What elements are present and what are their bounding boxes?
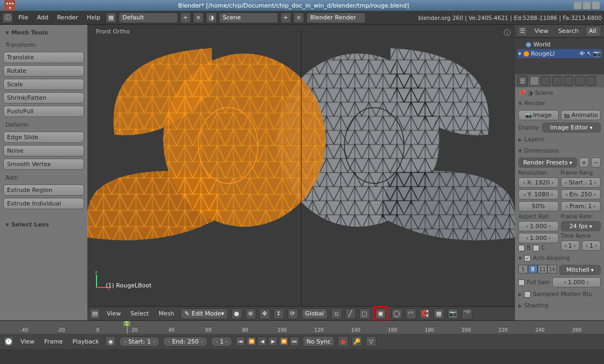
mesh-tools-header[interactable]: Mesh Tools (3, 28, 84, 37)
aa-section-header[interactable]: ▼Anti-Aliasing (518, 253, 601, 263)
close-button[interactable] (592, 2, 600, 9)
camera-render-icon[interactable]: 📷 (593, 50, 601, 57)
mode-dropdown[interactable]: ✎ Edit Mode ▾ (181, 308, 228, 319)
frame-start-field[interactable]: ‹ Start : 1 › (561, 177, 601, 188)
border-checkbox[interactable] (518, 245, 525, 251)
object-tab-icon[interactable] (564, 76, 573, 86)
orientation-dropdown[interactable]: Global (301, 308, 328, 319)
proportional-falloff-icon[interactable]: ◠ (406, 308, 416, 319)
aa-8-button[interactable]: 8 (528, 265, 538, 273)
timeline-editor-icon[interactable]: 🕐 (3, 336, 14, 347)
layout-remove-icon[interactable]: × (193, 12, 204, 23)
full-sample-checkbox[interactable] (518, 279, 525, 286)
cursor-icon[interactable]: ↖ (587, 50, 592, 57)
record-icon[interactable]: ● (338, 336, 348, 347)
pivot-dropdown-icon[interactable]: ⊕ (245, 308, 256, 319)
render-preview-icon[interactable]: 📷 (448, 308, 458, 319)
crop-checkbox[interactable] (533, 245, 539, 251)
start-frame-field[interactable]: ‹Start: 1› (119, 336, 160, 347)
auto-keyframe-icon[interactable]: ◉ (105, 336, 116, 347)
aa-11-button[interactable]: 11 (538, 265, 547, 273)
display-dropdown[interactable]: Image Editor ▾ (542, 122, 601, 133)
outliner-menu-search[interactable]: Search (555, 26, 582, 36)
tl-menu-view[interactable]: View (17, 337, 38, 346)
scene-remove-icon[interactable]: × (293, 12, 304, 23)
res-x-field[interactable]: ‹ X: 1920 › (518, 177, 559, 188)
scene-add-icon[interactable]: + (280, 12, 291, 23)
editor-type-3dview-icon[interactable]: ▤ (90, 308, 100, 319)
viewport-info-icon[interactable]: ⓘ (504, 28, 511, 38)
render-image-button[interactable]: 📷 Image (518, 110, 559, 120)
minimize-button[interactable] (574, 2, 581, 9)
next-keyframe-icon[interactable]: ⏩ (279, 336, 289, 346)
maximize-button[interactable] (583, 2, 591, 9)
modifiers-tab-icon[interactable] (586, 76, 596, 86)
extrude-individual-button[interactable]: Extrude Individual (3, 198, 84, 209)
outliner-world-item[interactable]: World (517, 40, 602, 49)
outliner-filter-dropdown[interactable]: All (585, 26, 601, 37)
select-mode-vertex-icon[interactable]: ▫ (331, 308, 342, 319)
manipulator-translate-icon[interactable]: ↕ (273, 308, 284, 319)
shading-section-header[interactable]: ▶Shading (518, 301, 601, 310)
render-anim-button[interactable]: 🎬 Animatio (561, 110, 601, 120)
render-anim-icon[interactable]: 🎬 (462, 308, 472, 319)
scale-button[interactable]: Scale (3, 79, 84, 90)
aa-16-button[interactable]: 16 (547, 265, 557, 273)
operator-panel-header[interactable]: Select Less (3, 220, 84, 229)
3d-viewport[interactable]: Front Ortho ⓘ zx (1) RougeLBoot ▤ View S… (87, 25, 515, 320)
time-old-field[interactable]: ‹1› (561, 241, 580, 251)
push-pull-button[interactable]: Push/Pull (3, 106, 84, 117)
layers-section-header[interactable]: ▶Layers (518, 135, 601, 144)
menu-add[interactable]: Add (33, 13, 51, 22)
world-tab-icon[interactable] (552, 76, 562, 86)
extrude-region-button[interactable]: Extrude Region (3, 184, 84, 196)
select-mode-face-icon[interactable]: ▢ (359, 308, 370, 319)
outliner-selected-item[interactable]: ▾ RougeLI 👁 ↖ 📷 (517, 49, 602, 58)
aa-size-field[interactable]: ‹ 1.000 › (552, 277, 601, 287)
marker-icon[interactable]: ▽ (366, 336, 376, 347)
outliner-editor-icon[interactable]: ☰ (517, 26, 528, 37)
aa-5-button[interactable]: 5 (518, 265, 528, 273)
engine-dropdown[interactable]: Blender Render (306, 12, 366, 23)
preset-remove-button[interactable]: − (591, 157, 601, 168)
snap-type-icon[interactable]: ▦ (434, 308, 444, 319)
res-percent-field[interactable]: 50% (518, 201, 559, 211)
aa-filter-dropdown[interactable]: Mitchell ▾ (559, 265, 601, 275)
snap-toggle-icon[interactable]: 🧲 (420, 308, 430, 319)
sync-dropdown[interactable]: No Sync (303, 336, 334, 347)
constraints-tab-icon[interactable] (575, 76, 585, 86)
vp-menu-select[interactable]: Select (127, 309, 152, 318)
render-tab-icon[interactable] (530, 76, 539, 86)
menu-file[interactable]: File (15, 13, 31, 22)
editor-type-icon[interactable]: ⓘ (2, 12, 13, 23)
rotate-button[interactable]: Rotate (3, 65, 84, 77)
app-menu-icon[interactable] (4, 0, 15, 11)
tl-menu-playback[interactable]: Playback (69, 337, 102, 346)
current-frame-field[interactable]: ‹1› (211, 336, 232, 347)
time-new-field[interactable]: ‹1› (582, 241, 601, 251)
frame-rate-dropdown[interactable]: 24 fps ▾ (561, 221, 601, 231)
edge-slide-button[interactable]: Edge Slide (3, 132, 84, 143)
preset-add-button[interactable]: + (579, 157, 589, 168)
menu-render[interactable]: Render (54, 13, 81, 22)
frame-end-field[interactable]: ‹ En: 250 › (561, 189, 601, 200)
smooth-vertex-button[interactable]: Smooth Vertex (3, 159, 84, 170)
vp-menu-mesh[interactable]: Mesh (155, 309, 177, 318)
scene-tab-icon[interactable] (541, 76, 551, 86)
limit-selection-icon[interactable]: ▣ (375, 308, 386, 319)
proportional-edit-icon[interactable]: ◯ (392, 308, 402, 319)
timeline-ruler[interactable]: 1 -40-2002040608010012014016018020022024… (0, 321, 604, 334)
shrink-fatten-button[interactable]: Shrink/Fatten (3, 92, 84, 104)
scene-dropdown[interactable]: Scene (219, 12, 278, 23)
motion-blur-section-header[interactable]: ▶Sampled Motion Blu (518, 290, 601, 299)
translate-button[interactable]: Translate (3, 52, 84, 63)
play-icon[interactable]: ▶ (268, 336, 278, 346)
aa-enable-checkbox[interactable] (524, 255, 531, 262)
render-presets-dropdown[interactable]: Render Presets ▾ (518, 157, 577, 168)
manipulator-toggle-icon[interactable]: ✥ (259, 308, 270, 319)
noise-button[interactable]: Noise (3, 145, 84, 156)
manipulator-rotate-icon[interactable]: ⟳ (287, 308, 298, 319)
screen-layout-icon[interactable]: ▦ (106, 12, 116, 23)
props-editor-icon[interactable]: ☰ (517, 75, 528, 86)
vp-menu-view[interactable]: View (104, 309, 124, 318)
